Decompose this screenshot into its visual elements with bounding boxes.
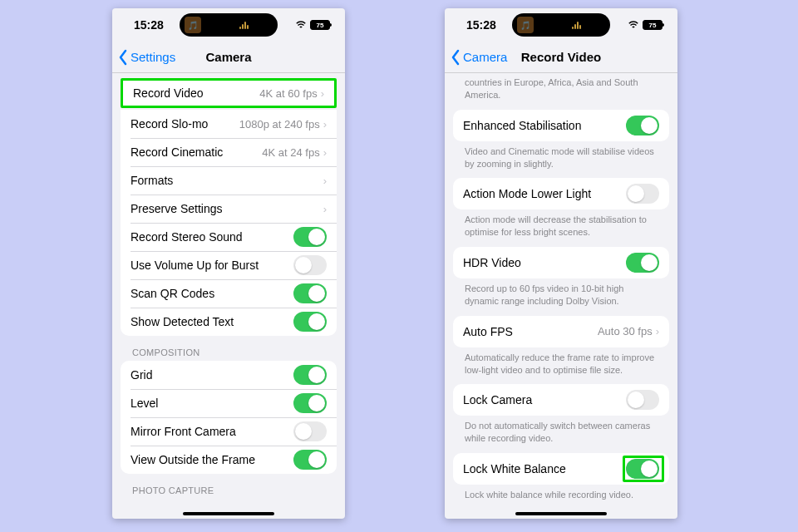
status-time: 15:28 bbox=[134, 18, 164, 32]
toggle-lock-camera[interactable] bbox=[626, 390, 659, 410]
home-indicator[interactable] bbox=[183, 512, 274, 515]
status-bar: 15:28 🎵 75 bbox=[445, 8, 677, 42]
row-level[interactable]: Level bbox=[121, 389, 337, 417]
footer-lock-camera: Do not automatically switch between came… bbox=[453, 416, 669, 445]
chevron-right-icon: › bbox=[323, 175, 327, 187]
row-label: Scan QR Codes bbox=[131, 287, 293, 300]
row-lock-camera[interactable]: Lock Camera bbox=[453, 384, 669, 416]
row-value: 4K at 60 fps bbox=[259, 87, 317, 100]
row-label: Use Volume Up for Burst bbox=[131, 259, 293, 272]
chevron-right-icon: › bbox=[323, 118, 327, 131]
back-label: Camera bbox=[463, 50, 507, 64]
chevron-right-icon: › bbox=[321, 87, 324, 100]
row-label: Formats bbox=[131, 174, 323, 187]
row-label: Record Stereo Sound bbox=[131, 230, 293, 244]
back-label: Settings bbox=[131, 50, 175, 64]
toggle-mirror-front[interactable] bbox=[293, 421, 327, 441]
nav-bar: Settings Camera bbox=[112, 42, 345, 73]
battery-icon: 75 bbox=[643, 20, 663, 30]
row-label: Lock Camera bbox=[463, 393, 626, 406]
group-record: Record Slo-mo 1080p at 240 fps › Record … bbox=[121, 110, 337, 336]
row-volume-burst[interactable]: Use Volume Up for Burst bbox=[121, 251, 337, 279]
row-label: View Outside the Frame bbox=[131, 453, 293, 466]
chevron-left-icon bbox=[450, 49, 461, 66]
settings-scroll[interactable]: countries in Europe, Africa, Asia and So… bbox=[445, 73, 677, 519]
section-header-photo-capture: PHOTO CAPTURE bbox=[121, 474, 337, 499]
row-action-mode-low[interactable]: Action Mode Lower Light bbox=[453, 178, 669, 209]
row-value: 4K at 24 fps bbox=[262, 146, 319, 159]
back-button[interactable]: Settings bbox=[112, 49, 175, 66]
group-lock-camera: Lock Camera bbox=[453, 384, 669, 416]
toggle-view-outside[interactable] bbox=[293, 450, 327, 470]
toggle-hdr[interactable] bbox=[626, 253, 659, 273]
row-value: 1080p at 240 fps bbox=[239, 118, 320, 131]
toggle-action-low[interactable] bbox=[626, 184, 659, 204]
toggle-enhanced-stab[interactable] bbox=[626, 116, 659, 135]
footer-text-cut: countries in Europe, Africa, Asia and So… bbox=[453, 73, 669, 101]
row-record-cinematic[interactable]: Record Cinematic 4K at 24 fps › bbox=[121, 138, 337, 166]
row-grid[interactable]: Grid bbox=[121, 361, 337, 389]
back-button[interactable]: Camera bbox=[445, 49, 507, 66]
row-scan-qr[interactable]: Scan QR Codes bbox=[121, 279, 337, 308]
home-indicator[interactable] bbox=[515, 512, 607, 515]
footer-auto-fps: Automatically reduce the frame rate to i… bbox=[453, 347, 669, 377]
phone-left: 15:28 🎵 75 Settings Camera Record Video … bbox=[112, 8, 345, 519]
nav-bar: Camera Record Video bbox=[445, 42, 677, 73]
group-lock-wb: Lock White Balance bbox=[453, 453, 669, 485]
row-hdr-video[interactable]: HDR Video bbox=[453, 247, 669, 278]
footer-enhanced-stab: Video and Cinematic mode will stabilise … bbox=[453, 141, 669, 170]
row-record-slomo[interactable]: Record Slo-mo 1080p at 240 fps › bbox=[121, 110, 337, 138]
row-enhanced-stabilisation[interactable]: Enhanced Stabilisation bbox=[453, 110, 669, 141]
toggle-volume-burst[interactable] bbox=[293, 255, 327, 275]
audio-bars-icon bbox=[572, 21, 589, 29]
now-playing-art: 🎵 bbox=[517, 17, 534, 33]
chevron-right-icon: › bbox=[323, 146, 327, 159]
footer-action-low: Action mode will decrease the stabilisat… bbox=[453, 209, 669, 239]
battery-icon: 75 bbox=[310, 20, 330, 30]
toggle-level[interactable] bbox=[293, 393, 327, 413]
toggle-detected-text[interactable] bbox=[293, 312, 327, 332]
status-right: 75 bbox=[628, 19, 663, 31]
row-view-outside[interactable]: View Outside the Frame bbox=[121, 446, 337, 474]
toggle-stereo[interactable] bbox=[293, 227, 327, 247]
footer-hdr: Record up to 60 fps video in 10-bit high… bbox=[453, 278, 669, 308]
section-header-composition: COMPOSITION bbox=[121, 336, 337, 361]
status-time: 15:28 bbox=[466, 18, 496, 32]
group-composition: Grid Level Mirror Front Camera View Outs… bbox=[121, 361, 337, 474]
row-formats[interactable]: Formats › bbox=[121, 166, 337, 195]
phone-right: 15:28 🎵 75 Camera Record Video countries… bbox=[445, 8, 677, 519]
row-label: Enhanced Stabilisation bbox=[463, 119, 626, 132]
row-label: Action Mode Lower Light bbox=[463, 187, 626, 200]
toggle-scan-qr[interactable] bbox=[293, 283, 327, 303]
highlight-record-video: Record Video 4K at 60 fps › bbox=[121, 78, 337, 108]
row-value: Auto 30 fps bbox=[598, 325, 653, 337]
status-bar: 15:28 🎵 75 bbox=[112, 8, 345, 42]
row-label: Record Cinematic bbox=[131, 145, 262, 159]
row-lock-white-balance[interactable]: Lock White Balance bbox=[453, 453, 669, 485]
dynamic-island[interactable]: 🎵 bbox=[512, 13, 610, 37]
now-playing-art: 🎵 bbox=[185, 17, 201, 33]
wifi-icon bbox=[628, 19, 639, 31]
row-stereo-sound[interactable]: Record Stereo Sound bbox=[121, 223, 337, 251]
group-auto-fps: Auto FPS Auto 30 fps › bbox=[453, 316, 669, 347]
toggle-lock-wb[interactable] bbox=[626, 459, 659, 479]
group-enhanced-stab: Enhanced Stabilisation bbox=[453, 110, 669, 141]
settings-scroll[interactable]: Record Video 4K at 60 fps › Record Slo-m… bbox=[112, 73, 345, 519]
row-label: HDR Video bbox=[463, 256, 626, 269]
chevron-right-icon: › bbox=[656, 325, 659, 337]
row-mirror-front[interactable]: Mirror Front Camera bbox=[121, 417, 337, 446]
row-label: Preserve Settings bbox=[131, 202, 323, 215]
row-detected-text[interactable]: Show Detected Text bbox=[121, 308, 337, 336]
audio-bars-icon bbox=[239, 21, 256, 29]
row-auto-fps[interactable]: Auto FPS Auto 30 fps › bbox=[453, 316, 669, 347]
toggle-grid[interactable] bbox=[293, 365, 327, 385]
row-label: Mirror Front Camera bbox=[131, 425, 293, 438]
wifi-icon bbox=[295, 19, 307, 31]
footer-lock-wb: Lock white balance while recording video… bbox=[453, 485, 669, 501]
row-record-video[interactable]: Record Video 4K at 60 fps › bbox=[123, 81, 334, 106]
dynamic-island[interactable]: 🎵 bbox=[180, 13, 278, 37]
row-preserve-settings[interactable]: Preserve Settings › bbox=[121, 195, 337, 223]
group-action-low: Action Mode Lower Light bbox=[453, 178, 669, 209]
row-label: Show Detected Text bbox=[131, 315, 293, 328]
row-label: Level bbox=[131, 397, 293, 410]
